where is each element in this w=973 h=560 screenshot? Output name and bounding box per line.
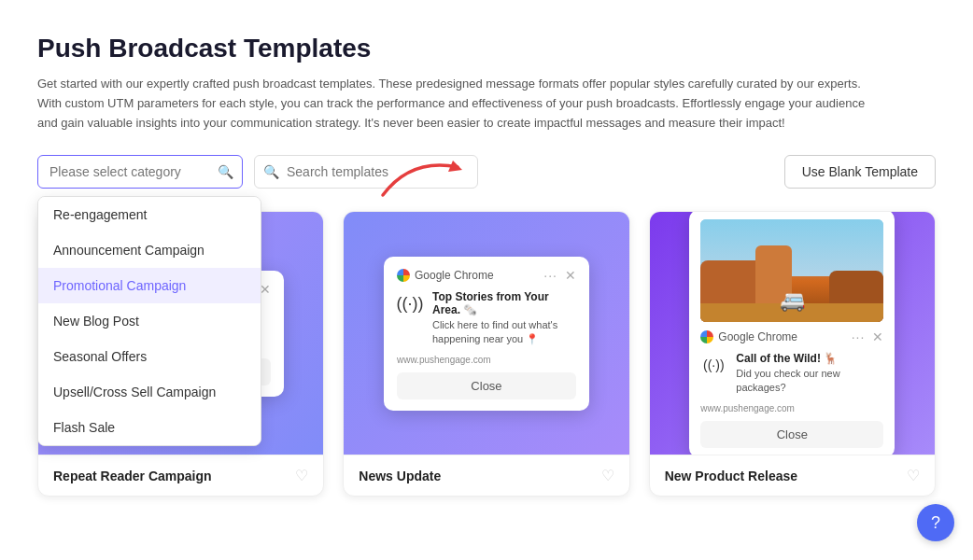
heart-icon-2[interactable]: ♡ <box>601 467 614 484</box>
controls-row: 🔍 Re-engagement Announcement Campaign Pr… <box>37 155 936 189</box>
card-new-product: 🚐 Google Chrome ··· ✕ ( <box>649 211 936 497</box>
wifi-icon-3: ((·)) <box>700 352 726 378</box>
notif-close-button-3[interactable]: Close <box>700 421 883 448</box>
notif-dots-2: ··· <box>543 268 557 283</box>
card-footer-3: New Product Release ♡ <box>650 455 935 496</box>
page-container: Push Broadcast Templates Get started wit… <box>0 0 973 560</box>
desert-image: 🚐 <box>700 219 883 322</box>
category-select-wrapper: 🔍 Re-engagement Announcement Campaign Pr… <box>37 155 243 189</box>
dropdown-item-flashsale[interactable]: Flash Sale <box>38 410 261 445</box>
chrome-icon-3 <box>700 330 713 343</box>
card-preview-3: 🚐 Google Chrome ··· ✕ ( <box>650 212 935 455</box>
card-preview-2: Google Chrome ··· ✕ ((·)) Top Stories fr… <box>344 212 628 455</box>
notif-body-3: Did you check our new packages? <box>736 367 883 396</box>
dropdown-item-upsell[interactable]: Upsell/Cross Sell Campaign <box>38 374 261 410</box>
card-label-2: News Update <box>359 469 441 483</box>
notif-brand-2: Google Chrome <box>397 269 494 282</box>
notif-dots-3: ··· <box>852 329 866 344</box>
card-label-1: Repeat Reader Campaign <box>53 469 212 483</box>
page-title: Push Broadcast Templates <box>37 34 936 63</box>
notif-title-3: Call of the Wild! 🦌 <box>736 352 883 365</box>
category-select-input[interactable] <box>37 155 243 189</box>
card-news-update: Google Chrome ··· ✕ ((·)) Top Stories fr… <box>343 211 629 497</box>
notification-popup-2: Google Chrome ··· ✕ ((·)) Top Stories fr… <box>384 257 589 411</box>
help-button[interactable]: ? <box>917 504 954 541</box>
card-label-3: New Product Release <box>665 469 797 483</box>
dropdown-item-promotional[interactable]: Promotional Campaign <box>38 268 261 303</box>
blank-template-button[interactable]: Use Blank Template <box>784 155 936 189</box>
notif-title-2: Top Stories from Your Area. 🗞️ <box>432 290 576 316</box>
wifi-icon-2: ((·)) <box>397 290 423 316</box>
dropdown-item-reengagement[interactable]: Re-engagement <box>38 197 261 232</box>
notif-body-2: Click here to find out what's happening … <box>432 318 576 347</box>
card-footer-1: Repeat Reader Campaign ♡ <box>38 455 323 496</box>
notif-close-icon-2[interactable]: ✕ <box>565 268 576 283</box>
search-input[interactable] <box>254 155 478 189</box>
notif-close-icon-3[interactable]: ✕ <box>872 329 883 344</box>
notif-brand-3: Google Chrome <box>700 330 797 343</box>
page-description: Get started with our expertly crafted pu… <box>37 75 878 133</box>
notif-close-button-2[interactable]: Close <box>397 372 576 399</box>
dropdown-item-announcement[interactable]: Announcement Campaign <box>38 232 261 268</box>
dropdown-item-newblog[interactable]: New Blog Post <box>38 303 261 339</box>
heart-icon-1[interactable]: ♡ <box>295 467 308 484</box>
van-icon: 🚐 <box>780 288 805 313</box>
notification-popup-3: 🚐 Google Chrome ··· ✕ ( <box>689 212 895 455</box>
category-dropdown: Re-engagement Announcement Campaign Prom… <box>37 196 261 446</box>
notif-url-3: www.pushengage.com <box>700 403 883 413</box>
notif-url-2: www.pushengage.com <box>397 355 576 365</box>
chrome-icon-2 <box>397 269 410 282</box>
heart-icon-3[interactable]: ♡ <box>907 467 920 484</box>
card-footer-2: News Update ♡ <box>344 455 628 496</box>
search-wrapper: 🔍 <box>254 155 478 189</box>
dropdown-item-seasonal[interactable]: Seasonal Offers <box>38 339 261 374</box>
